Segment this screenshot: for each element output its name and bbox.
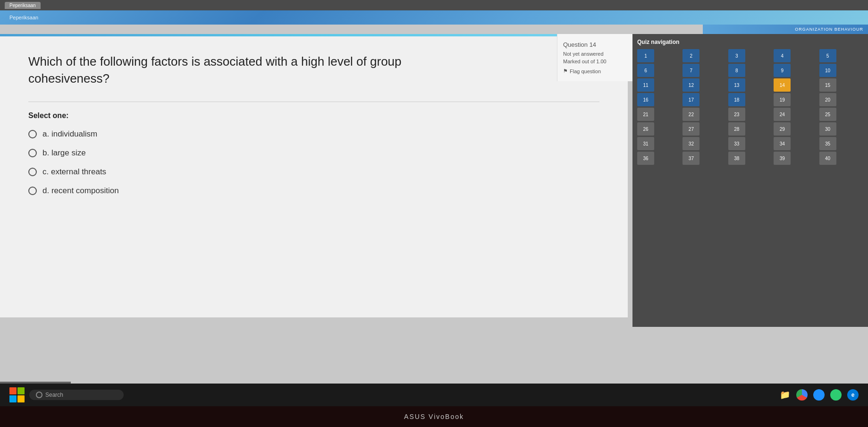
radio-b[interactable] (28, 149, 37, 157)
radio-c[interactable] (28, 168, 37, 176)
quiz-cell-23[interactable]: 23 (728, 108, 745, 121)
quiz-cell-20[interactable]: 20 (819, 93, 836, 106)
quiz-nav-panel: Quiz navigation 123456789101112131415161… (632, 34, 868, 327)
quiz-cell-11[interactable]: 11 (637, 78, 654, 92)
browser-tab[interactable]: Peperiksaan (5, 2, 41, 9)
quiz-cell-39[interactable]: 39 (774, 152, 791, 165)
taskbar: Search 📁 e (0, 384, 868, 406)
quiz-cell-27[interactable]: 27 (683, 122, 699, 136)
laptop-brand: ASUS VivoBook (404, 413, 464, 420)
quiz-cell-28[interactable]: 28 (728, 122, 745, 136)
question-text: Which of the following factors is associ… (28, 53, 402, 87)
browser-top-bar: Peperiksaan (0, 0, 868, 10)
search-bar[interactable]: Search (29, 390, 124, 400)
windows-button[interactable] (9, 387, 25, 402)
option-d[interactable]: d. recent composition (28, 186, 599, 196)
option-d-text: d. recent composition (42, 186, 119, 196)
quiz-cell-37[interactable]: 37 (683, 152, 699, 165)
quiz-cell-26[interactable]: 26 (637, 122, 654, 136)
not-answered: Not yet answered (563, 51, 627, 57)
laptop-bottom: ASUS VivoBook (0, 406, 868, 427)
quiz-cell-22[interactable]: 22 (683, 108, 699, 121)
quiz-cell-32[interactable]: 32 (683, 137, 699, 150)
windows-icon-red (9, 387, 17, 394)
quiz-grid: 1234567891011121314151617181920212223242… (637, 49, 863, 165)
quiz-cell-30[interactable]: 30 (819, 122, 836, 136)
quiz-cell-24[interactable]: 24 (774, 108, 791, 121)
option-a-text: a. individualism (42, 129, 97, 139)
options-list: a. individualism b. large size c. extern… (28, 129, 599, 196)
app-icon-green[interactable] (830, 389, 842, 401)
select-one-label: Select one: (28, 111, 599, 120)
org-banner-text: ORGANIZATION BEHAVIOUR (795, 27, 863, 32)
question-info-panel: Question 14 Not yet answered Marked out … (557, 34, 632, 81)
windows-icon-green (17, 387, 25, 394)
quiz-nav-title: Quiz navigation (637, 39, 863, 45)
folder-icon[interactable]: 📁 (779, 389, 791, 401)
quiz-cell-1[interactable]: 1 (637, 49, 654, 62)
windows-icon-blue (9, 395, 17, 402)
flag-icon: ⚑ (563, 68, 568, 74)
quiz-cell-13[interactable]: 13 (728, 78, 745, 92)
screen: Peperiksaan Peperiksaan ORGANIZATION BEH… (0, 0, 868, 406)
quiz-cell-29[interactable]: 29 (774, 122, 791, 136)
quiz-cell-15[interactable]: 15 (819, 78, 836, 92)
option-a[interactable]: a. individualism (28, 129, 599, 139)
quiz-cell-9[interactable]: 9 (774, 64, 791, 77)
radio-a[interactable] (28, 130, 37, 138)
quiz-cell-4[interactable]: 4 (774, 49, 791, 62)
quiz-cell-7[interactable]: 7 (683, 64, 699, 77)
option-b-text: b. large size (42, 148, 86, 158)
quiz-cell-14[interactable]: 14 (774, 78, 791, 92)
quiz-cell-12[interactable]: 12 (683, 78, 699, 92)
option-c-text: c. external threats (42, 167, 106, 177)
quiz-cell-38[interactable]: 38 (728, 152, 745, 165)
question-header: Which of the following factors is associ… (28, 53, 599, 87)
question-divider (28, 102, 599, 102)
app-icon-blue[interactable] (813, 389, 825, 401)
chrome-icon[interactable] (796, 389, 808, 401)
radio-d[interactable] (28, 187, 37, 195)
windows-icon-yellow (17, 395, 25, 402)
quiz-cell-8[interactable]: 8 (728, 64, 745, 77)
quiz-cell-18[interactable]: 18 (728, 93, 745, 106)
flag-question[interactable]: ⚑ Flag question (563, 68, 627, 74)
main-content: Which of the following factors is associ… (0, 34, 628, 317)
quiz-cell-21[interactable]: 21 (637, 108, 654, 121)
quiz-cell-31[interactable]: 31 (637, 137, 654, 150)
nav-text: Peperiksaan (9, 15, 38, 20)
quiz-cell-36[interactable]: 36 (637, 152, 654, 165)
flag-label: Flag question (570, 68, 601, 74)
org-banner: ORGANIZATION BEHAVIOUR (703, 25, 868, 34)
quiz-cell-17[interactable]: 17 (683, 93, 699, 106)
edge-icon[interactable]: e (847, 389, 859, 401)
quiz-cell-19[interactable]: 19 (774, 93, 791, 106)
quiz-cell-33[interactable]: 33 (728, 137, 745, 150)
quiz-cell-40[interactable]: 40 (819, 152, 836, 165)
quiz-cell-35[interactable]: 35 (819, 137, 836, 150)
quiz-cell-6[interactable]: 6 (637, 64, 654, 77)
question-number: Question 14 (563, 41, 627, 48)
marked-out: Marked out of 1.00 (563, 59, 627, 64)
tab-label: Peperiksaan (9, 3, 36, 8)
quiz-cell-25[interactable]: 25 (819, 108, 836, 121)
question-line2: cohesiveness? (28, 71, 110, 85)
option-b[interactable]: b. large size (28, 148, 599, 158)
question-line1: Which of the following factors is associ… (28, 54, 402, 68)
option-c[interactable]: c. external threats (28, 167, 599, 177)
top-nav: Peperiksaan (0, 10, 868, 25)
quiz-cell-10[interactable]: 10 (819, 64, 836, 77)
search-icon (36, 392, 42, 398)
quiz-cell-34[interactable]: 34 (774, 137, 791, 150)
quiz-cell-2[interactable]: 2 (683, 49, 699, 62)
quiz-cell-5[interactable]: 5 (819, 49, 836, 62)
quiz-cell-3[interactable]: 3 (728, 49, 745, 62)
taskbar-icons: 📁 e (779, 389, 859, 401)
search-text: Search (45, 392, 63, 398)
quiz-cell-16[interactable]: 16 (637, 93, 654, 106)
